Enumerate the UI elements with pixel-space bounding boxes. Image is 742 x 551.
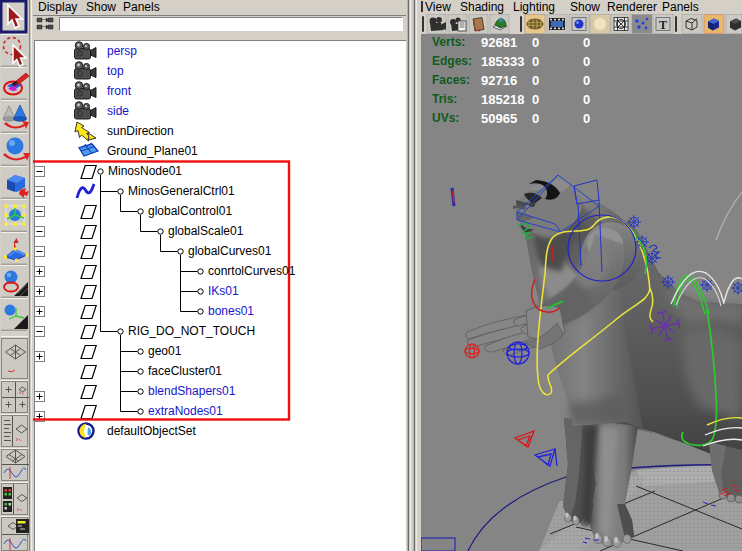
svg-text:T: T <box>659 18 667 32</box>
